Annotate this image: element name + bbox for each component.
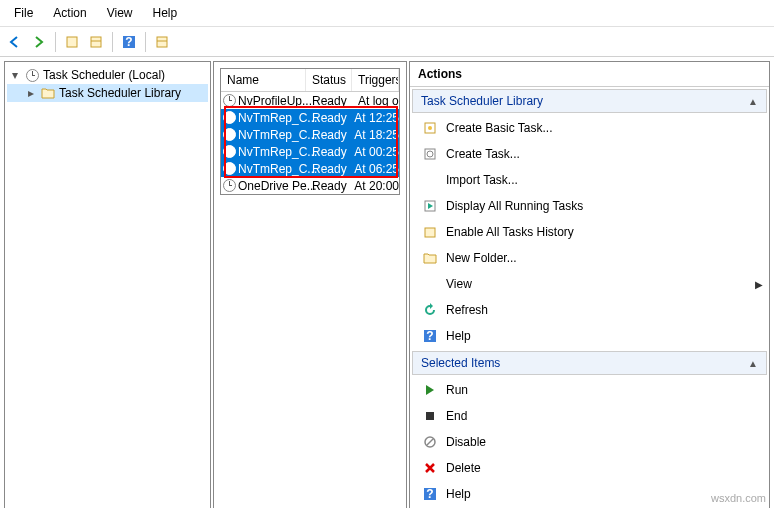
svg-text:?: ? (125, 35, 132, 49)
action-create-basic[interactable]: Create Basic Task... (410, 115, 769, 141)
action-create[interactable]: Create Task... (410, 141, 769, 167)
task-status: Ready (306, 145, 348, 159)
watermark: wsxdn.com (711, 492, 766, 504)
task-trigger: At log o (352, 94, 399, 108)
toolbar: ? (0, 27, 774, 57)
forward-button[interactable] (28, 31, 50, 53)
task-trigger: At 12:25 (348, 111, 399, 125)
svg-rect-1 (91, 37, 101, 47)
wizard-icon (422, 120, 438, 136)
tree-library-label: Task Scheduler Library (59, 86, 181, 100)
action-delete[interactable]: Delete (410, 455, 769, 481)
refresh-icon (422, 302, 438, 318)
expander-icon[interactable]: ▸ (25, 86, 37, 100)
clock-icon (223, 94, 236, 107)
tree-library[interactable]: ▸ Task Scheduler Library (7, 84, 208, 102)
help-button[interactable]: ? (118, 31, 140, 53)
action-help[interactable]: ?Help (410, 323, 769, 349)
menu-action[interactable]: Action (43, 2, 96, 24)
end-icon (422, 408, 438, 424)
task-row[interactable]: NvTmRep_C...ReadyAt 12:25 (221, 109, 399, 126)
folder-icon (40, 85, 56, 101)
group-selected-label: Selected Items (421, 356, 500, 370)
history-icon (422, 224, 438, 240)
action-end[interactable]: End (410, 403, 769, 429)
action-run[interactable]: Run (410, 377, 769, 403)
col-triggers[interactable]: Triggers (352, 69, 399, 91)
task-list-pane: Name Status Triggers NvProfileUp...Ready… (213, 61, 407, 508)
scheduler-icon (24, 67, 40, 83)
menu-file[interactable]: File (4, 2, 43, 24)
svg-rect-12 (425, 228, 435, 237)
actions-pane: Actions Task Scheduler Library ▲ Create … (409, 61, 770, 508)
toolbar-btn-1[interactable] (61, 31, 83, 53)
action-view[interactable]: View▶ (410, 271, 769, 297)
action-import[interactable]: Import Task... (410, 167, 769, 193)
collapse-icon[interactable]: ▲ (748, 96, 758, 107)
task-status: Ready (306, 128, 348, 142)
running-icon (422, 198, 438, 214)
svg-rect-5 (157, 37, 167, 47)
clock-icon (223, 111, 236, 124)
group-library[interactable]: Task Scheduler Library ▲ (412, 89, 767, 113)
task-row[interactable]: NvTmRep_C...ReadyAt 00:25 (221, 143, 399, 160)
menu-view[interactable]: View (97, 2, 143, 24)
svg-text:?: ? (426, 329, 433, 343)
submenu-arrow-icon: ▶ (755, 279, 763, 290)
task-name: NvProfileUp... (238, 94, 312, 108)
collapse-icon[interactable]: ▲ (748, 358, 758, 369)
folder-icon (422, 250, 438, 266)
clock-icon (223, 128, 236, 141)
task-icon (422, 146, 438, 162)
task-row[interactable]: OneDrive Pe...ReadyAt 20:00 (221, 177, 399, 194)
task-status: Ready (306, 179, 348, 193)
menu-help[interactable]: Help (143, 2, 188, 24)
run-icon (422, 382, 438, 398)
disable-icon (422, 434, 438, 450)
svg-text:?: ? (426, 487, 433, 501)
svg-rect-0 (67, 37, 77, 47)
task-row[interactable]: NvTmRep_C...ReadyAt 18:25 (221, 126, 399, 143)
svg-line-17 (427, 439, 433, 445)
back-button[interactable] (4, 31, 26, 53)
task-trigger: At 00:25 (348, 145, 399, 159)
action-new-folder[interactable]: New Folder... (410, 245, 769, 271)
toolbar-btn-3[interactable] (151, 31, 173, 53)
tree-pane: ▾ Task Scheduler (Local) ▸ Task Schedule… (4, 61, 211, 508)
action-display-running[interactable]: Display All Running Tasks (410, 193, 769, 219)
task-row[interactable]: NvTmRep_C...ReadyAt 06:25 (221, 160, 399, 177)
help-icon: ? (422, 328, 438, 344)
action-disable[interactable]: Disable (410, 429, 769, 455)
task-status: Ready (306, 162, 348, 176)
action-refresh[interactable]: Refresh (410, 297, 769, 323)
col-name[interactable]: Name (221, 69, 306, 91)
expander-icon[interactable]: ▾ (9, 68, 21, 82)
clock-icon (223, 162, 236, 175)
task-status: Ready (306, 111, 348, 125)
task-trigger: At 18:25 (348, 128, 399, 142)
menu-bar: File Action View Help (0, 0, 774, 27)
clock-icon (223, 145, 236, 158)
tree-root[interactable]: ▾ Task Scheduler (Local) (7, 66, 208, 84)
task-status: Ready (306, 94, 352, 108)
column-headers[interactable]: Name Status Triggers (221, 69, 399, 92)
task-name: OneDrive Pe... (238, 179, 317, 193)
action-enable-history[interactable]: Enable All Tasks History (410, 219, 769, 245)
clock-icon (223, 179, 236, 192)
task-row[interactable]: NvProfileUp...ReadyAt log o (221, 92, 399, 109)
group-selected[interactable]: Selected Items ▲ (412, 351, 767, 375)
col-status[interactable]: Status (306, 69, 352, 91)
help-icon: ? (422, 486, 438, 502)
delete-icon (422, 460, 438, 476)
svg-rect-15 (426, 412, 434, 420)
toolbar-btn-2[interactable] (85, 31, 107, 53)
actions-title: Actions (410, 62, 769, 87)
svg-point-8 (428, 126, 432, 130)
group-library-label: Task Scheduler Library (421, 94, 543, 108)
task-trigger: At 20:00 (348, 179, 399, 193)
tree-root-label: Task Scheduler (Local) (43, 68, 165, 82)
task-trigger: At 06:25 (348, 162, 399, 176)
